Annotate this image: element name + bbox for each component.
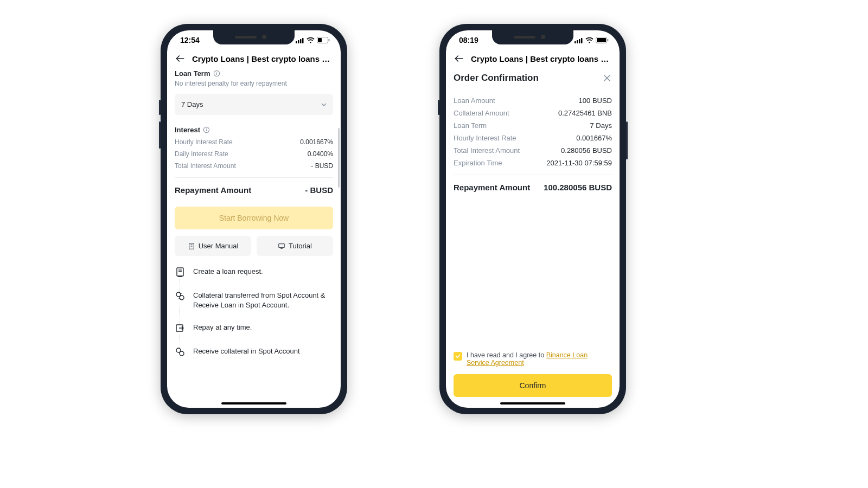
confirm-button[interactable]: Confirm <box>454 374 612 397</box>
svg-rect-6 <box>329 39 330 42</box>
info-row: Expiration Time2021-11-30 07:59:59 <box>454 159 612 167</box>
agree-prefix: I have read and I agree to <box>467 351 546 359</box>
tutorial-button[interactable]: Tutorial <box>257 236 333 256</box>
close-icon[interactable] <box>602 73 612 83</box>
svg-rect-33 <box>597 38 606 42</box>
info-label: Hourly Interest Rate <box>454 134 516 142</box>
divider <box>175 177 333 178</box>
info-icon[interactable] <box>213 70 220 77</box>
loan-form: Loan Term No interest penalty for early … <box>167 69 341 403</box>
secondary-buttons: User Manual Tutorial <box>175 236 333 256</box>
phone-mock-left: 12:54 Crypto Loans | Best crypto loans p… <box>161 24 347 414</box>
status-time: 12:54 <box>180 36 200 44</box>
back-icon[interactable] <box>175 53 186 64</box>
hourly-rate-row: Hourly Interest Rate 0.001667% <box>175 138 333 146</box>
wifi-icon <box>307 37 315 43</box>
dialog-header: Order Confirmation <box>454 69 612 92</box>
daily-rate-value: 0.0400% <box>308 150 333 158</box>
info-value: 0.280056 BUSD <box>561 146 612 155</box>
info-label: Total Interest Amount <box>454 146 520 155</box>
agreement-text: I have read and I agree to Binance Loan … <box>467 351 612 367</box>
total-interest-row: Total Interest Amount - BUSD <box>175 162 333 170</box>
loan-term-title: Loan Term <box>175 69 333 78</box>
step-item: Repay at any time. <box>175 323 333 346</box>
agreement-checkbox[interactable] <box>454 352 462 361</box>
divider <box>454 175 612 175</box>
info-value: 100 BUSD <box>579 97 612 105</box>
cellular-icon <box>575 37 583 43</box>
svg-point-27 <box>180 351 184 356</box>
svg-point-10 <box>216 72 216 72</box>
info-icon[interactable] <box>203 126 210 133</box>
svg-rect-2 <box>300 39 302 43</box>
nav-bar: Crypto Loans | Best crypto loans plat... <box>446 50 620 69</box>
svg-rect-1 <box>298 40 299 43</box>
status-time: 08:19 <box>459 36 478 44</box>
svg-rect-3 <box>302 38 304 43</box>
screen: 12:54 Crypto Loans | Best crypto loans p… <box>167 30 341 408</box>
info-row: Total Interest Amount0.280056 BUSD <box>454 146 612 155</box>
repay-icon <box>175 323 186 333</box>
scrollbar[interactable] <box>338 128 340 188</box>
wifi-icon <box>585 37 593 43</box>
repay-label: Repayment Amount <box>175 185 251 195</box>
svg-point-24 <box>180 296 184 300</box>
daily-rate-label: Daily Interest Rate <box>175 150 228 158</box>
hourly-rate-label: Hourly Interest Rate <box>175 138 233 146</box>
info-value: 7 Days <box>590 121 612 130</box>
receive-icon <box>175 346 186 357</box>
manual-icon <box>188 242 195 250</box>
notch <box>213 30 295 44</box>
loan-term-value: 7 Days <box>181 100 203 108</box>
total-interest-label: Total Interest Amount <box>175 162 236 170</box>
step-item: Collateral transferred from Spot Account… <box>175 291 333 323</box>
dialog-title: Order Confirmation <box>454 73 539 84</box>
loan-term-label: Loan Term <box>175 69 210 78</box>
repayment-row: Repayment Amount - BUSD <box>175 185 333 195</box>
info-value: 0.27425461 BNB <box>558 109 612 117</box>
info-value: 2021-11-30 07:59:59 <box>546 159 612 167</box>
confirm-area: I have read and I agree to Binance Loan … <box>454 351 612 397</box>
step-text: Create a loan request. <box>193 267 263 278</box>
repayment-row: Repayment Amount 100.280056 BUSD <box>454 183 612 192</box>
info-label: Expiration Time <box>454 159 502 167</box>
svg-rect-28 <box>575 41 576 43</box>
step-item: Create a loan request. <box>175 267 333 291</box>
svg-rect-34 <box>608 39 609 42</box>
svg-rect-5 <box>318 38 322 42</box>
info-label: Collateral Amount <box>454 109 509 117</box>
agreement-row: I have read and I agree to Binance Loan … <box>454 351 612 367</box>
info-value: 0.001667% <box>576 134 612 142</box>
user-manual-button[interactable]: User Manual <box>175 236 251 256</box>
svg-point-13 <box>206 128 207 129</box>
chevron-down-icon <box>321 103 327 106</box>
total-interest-value: - BUSD <box>311 162 333 170</box>
nav-title: Crypto Loans | Best crypto loans plat... <box>192 54 333 63</box>
status-icons <box>296 37 330 43</box>
cellular-icon <box>296 37 304 43</box>
tutorial-icon <box>278 242 285 250</box>
svg-rect-0 <box>296 41 297 43</box>
info-row: Loan Term7 Days <box>454 121 612 130</box>
step-text: Receive collateral in Spot Account <box>193 346 300 357</box>
notch <box>492 30 573 44</box>
start-borrowing-button[interactable]: Start Borrowing Now <box>175 207 333 229</box>
interest-label: Interest <box>175 126 200 134</box>
step-text: Repay at any time. <box>193 323 252 333</box>
info-row: Hourly Interest Rate0.001667% <box>454 134 612 142</box>
back-icon[interactable] <box>454 53 464 64</box>
nav-bar: Crypto Loans | Best crypto loans plat... <box>167 50 341 69</box>
repay-value: - BUSD <box>305 185 333 195</box>
hourly-rate-value: 0.001667% <box>300 138 333 146</box>
info-label: Loan Term <box>454 121 487 130</box>
step-text: Collateral transferred from Spot Account… <box>193 291 333 310</box>
loan-term-select[interactable]: 7 Days <box>175 94 333 115</box>
check-icon <box>455 354 461 359</box>
request-icon <box>175 267 186 278</box>
svg-rect-29 <box>577 40 578 43</box>
daily-rate-row: Daily Interest Rate 0.0400% <box>175 150 333 158</box>
svg-rect-31 <box>581 38 583 43</box>
home-indicator <box>221 402 286 404</box>
info-row: Loan Amount100 BUSD <box>454 97 612 105</box>
phone-mock-right: 08:19 Crypto Loans | Best crypto loans p… <box>439 24 626 414</box>
